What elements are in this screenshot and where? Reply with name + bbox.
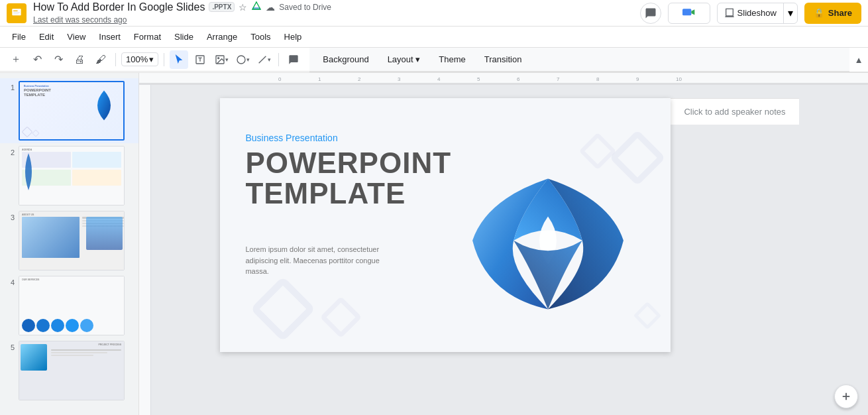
comments-button[interactable] (640, 3, 661, 24)
image-tool[interactable]: ▾ (212, 50, 231, 69)
app-logo (7, 3, 27, 23)
separator3 (278, 53, 279, 66)
svg-rect-3 (13, 12, 20, 13)
separator2 (164, 53, 164, 66)
menu-view[interactable]: View (62, 29, 91, 44)
slideshow-dropdown[interactable]: ▾ (783, 3, 797, 23)
redo-button[interactable]: ↷ (49, 50, 68, 69)
document-title[interactable]: How To Add Border In Google Slides (33, 1, 205, 13)
menu-format[interactable]: Format (129, 29, 166, 44)
slide-number-4: 4 (5, 276, 15, 286)
menu-arrange[interactable]: Arrange (201, 29, 243, 44)
slide-item-1[interactable]: 1 Business Presentation POWERPOINTTEMPLA… (0, 78, 138, 143)
textbox-tool[interactable] (191, 50, 209, 69)
slide-thumbnail-1: Business Presentation POWERPOINTTEMPLATE (19, 81, 125, 141)
saved-status: Saved to Drive (279, 3, 331, 12)
doc-title-row: How To Add Border In Google Slides .PPTX… (33, 1, 640, 13)
slideshow-main[interactable]: Slideshow (718, 8, 783, 19)
ruler-horizontal: 0 1 2 3 4 5 6 7 8 9 10 (139, 73, 868, 85)
menu-edit[interactable]: Edit (34, 29, 59, 44)
menu-bar: File Edit View Insert Format Slide Arran… (0, 27, 868, 48)
meet-button[interactable] (668, 3, 710, 24)
formatting-toolbar: Background Layout ▾ Theme Transition (309, 48, 849, 72)
line-tool[interactable]: ▾ (254, 50, 273, 69)
slide-number-5: 5 (5, 341, 15, 351)
slides-panel-footer (0, 403, 138, 415)
slide-item-4[interactable]: 4 OUR SERVICES (0, 273, 138, 338)
zoom-dropdown-icon: ▾ (149, 54, 154, 64)
title-line-2: TEMPLATE (245, 177, 406, 209)
slide-thumbnail-3: ABOUT US (19, 211, 125, 270)
shape-tool[interactable]: ▾ (233, 50, 252, 69)
slideshow-button[interactable]: Slideshow ▾ (717, 3, 798, 24)
add-slide-button[interactable]: ＋ (7, 50, 25, 69)
slideshow-label: Slideshow (737, 8, 777, 18)
svg-rect-4 (13, 13, 19, 14)
slide-thumbnail-2: AGENDA (19, 146, 125, 206)
slide-number-3: 3 (5, 211, 15, 221)
print-button[interactable]: 🖨 (70, 50, 89, 69)
formatting-bar-wrapper: Background Layout ▾ Theme Transition ▲ (309, 48, 868, 72)
title-line-1: POWERPOINT (245, 147, 451, 179)
slide-subtitle: Business Presentation (245, 133, 337, 143)
menu-help[interactable]: Help (279, 29, 307, 44)
svg-rect-1 (12, 9, 21, 15)
background-button[interactable]: Background (316, 52, 375, 67)
share-label: Share (828, 8, 852, 18)
svg-rect-5 (682, 9, 691, 15)
slides-panel: 1 Business Presentation POWERPOINTTEMPLA… (0, 73, 139, 415)
slide-thumbnail-4: OUR SERVICES (19, 276, 125, 335)
menu-slide[interactable]: Slide (169, 29, 199, 44)
slide-logo (452, 158, 644, 330)
layout-button[interactable]: Layout ▾ (381, 52, 427, 67)
ruler-vertical (139, 85, 151, 415)
svg-point-10 (217, 57, 219, 58)
comment-button[interactable] (284, 50, 303, 69)
slide-number-1: 1 (5, 81, 15, 91)
slide-main-title: POWERPOINT TEMPLATE (245, 148, 451, 209)
add-slide-fab[interactable] (834, 385, 858, 408)
paint-format-button[interactable]: 🖌 (91, 50, 110, 69)
main-container: 1 Business Presentation POWERPOINTTEMPLA… (0, 73, 868, 415)
svg-line-12 (258, 56, 266, 63)
undo-button[interactable]: ↶ (28, 50, 46, 69)
canvas-with-ruler: Business Presentation POWERPOINT TEMPLAT… (139, 85, 868, 415)
toolbar-row: ＋ ↶ ↷ 🖨 🖌 100% ▾ ▾ ▾ ▾ (0, 48, 868, 73)
cloud-icon: ☁ (266, 2, 275, 13)
slide-item-3[interactable]: 3 ABOUT US (0, 208, 138, 273)
slide-canvas[interactable]: Business Presentation POWERPOINT TEMPLAT… (220, 98, 671, 352)
slide-number-2: 2 (5, 146, 15, 156)
menu-file[interactable]: File (7, 29, 31, 44)
speaker-notes[interactable]: Click to add speaker notes (671, 98, 798, 125)
separator (115, 53, 116, 66)
theme-button[interactable]: Theme (432, 52, 472, 67)
header-right: Slideshow ▾ 🔒 Share (640, 3, 861, 24)
title-bar: How To Add Border In Google Slides .PPTX… (0, 0, 868, 27)
slide-item-2[interactable]: 2 AGENDA (0, 143, 138, 208)
slide-thumbnail-5: PROJECT PROCESS (19, 341, 125, 400)
last-edit-status[interactable]: Last edit was seconds ago (33, 15, 127, 25)
toolbar: ＋ ↶ ↷ 🖨 🖌 100% ▾ ▾ ▾ ▾ (0, 48, 309, 72)
title-section: How To Add Border In Google Slides .PPTX… (33, 1, 640, 25)
svg-point-11 (237, 56, 245, 64)
zoom-value: 100% (126, 54, 148, 64)
select-tool[interactable] (170, 50, 188, 69)
slide-body-text: Lorem ipsum dolor sit amet, consectetuer… (245, 244, 391, 277)
canvas-area: 0 1 2 3 4 5 6 7 8 9 10 (139, 73, 868, 415)
share-button[interactable]: 🔒 Share (804, 3, 861, 24)
slide-canvas-wrapper[interactable]: Business Presentation POWERPOINT TEMPLAT… (151, 85, 868, 415)
menu-insert[interactable]: Insert (93, 29, 126, 44)
slide-item-5[interactable]: 5 PROJECT PROCESS (0, 338, 138, 403)
menu-tools[interactable]: Tools (245, 29, 276, 44)
drive-icon[interactable] (251, 1, 262, 13)
share-lock-icon: 🔒 (814, 8, 824, 18)
zoom-control[interactable]: 100% ▾ (121, 52, 158, 66)
star-icon[interactable]: ☆ (239, 2, 247, 13)
collapse-toolbar-button[interactable]: ▲ (849, 50, 868, 69)
svg-rect-2 (13, 10, 18, 11)
transition-button[interactable]: Transition (478, 52, 529, 67)
pptx-badge: .PPTX (209, 2, 235, 12)
